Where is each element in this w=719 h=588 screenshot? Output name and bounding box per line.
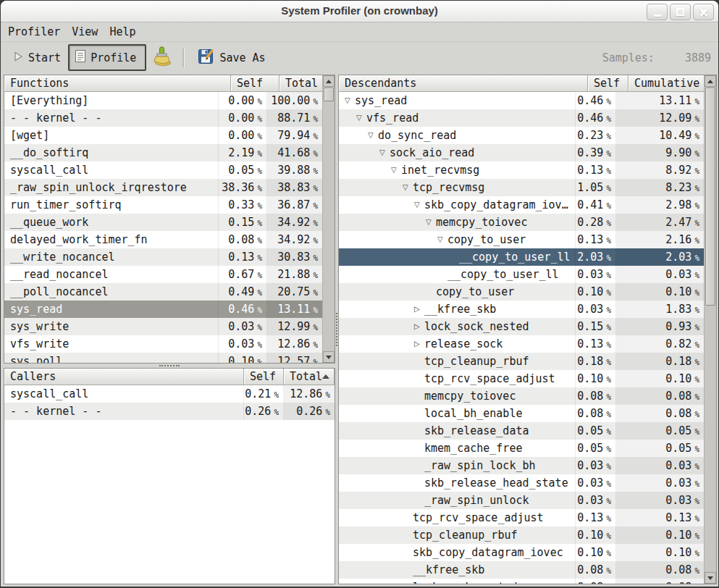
table-row[interactable]: memcpy_toiovec0.08%0.08% (339, 387, 704, 405)
table-row[interactable]: __copy_to_user_ll2.03%2.03% (339, 248, 704, 266)
menu-view[interactable]: View (66, 24, 104, 40)
expander-open-icon[interactable]: ▽ (391, 161, 401, 179)
table-row[interactable]: ▽memcpy_toiovec0.28%2.47% (339, 214, 704, 231)
table-row[interactable]: sys_write0.03%12.99% (4, 318, 322, 335)
column-header-total[interactable]: Total (284, 369, 335, 385)
function-name-cell: copy_to_user (339, 283, 576, 301)
percent-cell: 0.00% (219, 92, 267, 109)
table-row[interactable]: ▽tcp_recvmsg1.05%8.23% (339, 179, 704, 196)
table-row[interactable]: - - kernel - -0.00%88.71% (4, 109, 322, 127)
table-row[interactable]: ▷lock_sock_nested0.15%0.93% (339, 318, 704, 335)
descendants-scrollbar[interactable] (704, 75, 716, 584)
start-button[interactable]: Start (7, 48, 67, 68)
scrollbar-thumb[interactable] (324, 88, 334, 101)
table-row[interactable]: __queue_work0.15%34.92% (4, 214, 322, 231)
table-row[interactable]: skb_copy_datagram_iovec0.10%0.10% (339, 544, 704, 561)
column-header-cumulative[interactable]: Cumulative (628, 75, 716, 92)
main-content: Functions Self Total [Everything]0.00%10… (1, 73, 718, 587)
profile-toggle-button[interactable]: Profile (68, 44, 146, 71)
table-row[interactable]: _raw_spin_unlock_irqrestore38.36%38.83% (4, 179, 322, 196)
function-name: copy_to_user (436, 285, 514, 298)
table-row[interactable]: local_bh_enable0.08%0.08% (339, 405, 704, 422)
column-header-callers[interactable]: Callers (4, 369, 244, 385)
table-row[interactable]: ▷__kfree_skb0.03%1.83% (339, 301, 704, 318)
percent-cell: 0.00% (219, 109, 267, 127)
table-row[interactable]: __kfree_skb0.08%0.08% (339, 561, 704, 579)
table-row[interactable]: ▽sys_read0.46%13.11% (339, 92, 704, 109)
table-row[interactable]: _raw_spin_unlock0.03%0.03% (339, 492, 704, 509)
function-name: memcpy_toiovec (424, 390, 516, 403)
table-row[interactable]: kmem_cache_free0.05%0.05% (339, 440, 704, 457)
column-header-self[interactable]: Self (588, 75, 628, 92)
table-row[interactable]: ▽copy_to_user0.13%2.16% (339, 231, 704, 248)
close-button[interactable] (693, 4, 714, 20)
expander-closed-icon[interactable]: ▷ (414, 301, 424, 318)
table-row[interactable]: syscall_call0.05%39.88% (4, 161, 322, 179)
table-row[interactable]: sys_poll0.10%12.57% (4, 353, 322, 363)
scrollbar-thumb[interactable] (705, 88, 715, 306)
scroll-down-button[interactable] (705, 572, 716, 584)
expander-closed-icon[interactable]: ▷ (414, 318, 424, 335)
table-row[interactable]: __read_nocancel0.67%21.88% (4, 266, 322, 283)
expander-open-icon[interactable]: ▽ (379, 144, 390, 161)
table-row[interactable]: ▽vfs_read0.46%12.09% (339, 109, 704, 127)
table-row[interactable]: ▽do_sync_read0.23%10.49% (339, 127, 704, 144)
percent-sign: % (694, 563, 699, 580)
percent-sign: % (606, 337, 611, 354)
column-header-self[interactable]: Self (244, 369, 284, 385)
table-row[interactable]: tcp_rcv_space_adjust0.10%0.10% (339, 370, 704, 387)
expander-open-icon[interactable]: ▽ (403, 179, 413, 196)
expander-open-icon[interactable]: ▽ (368, 127, 378, 144)
percent-sign: % (257, 267, 262, 285)
table-row[interactable]: __write_nocancel0.13%30.83% (4, 248, 322, 266)
percent-cell: 0.10% (616, 370, 704, 387)
minimize-button[interactable] (647, 4, 668, 20)
menu-profiler[interactable]: Profiler (2, 24, 66, 40)
table-row[interactable]: [wget]0.00%79.94% (4, 127, 322, 144)
table-row[interactable]: __do_softirq2.19%41.68% (4, 144, 322, 161)
column-header-descendants[interactable]: Descendants (339, 75, 588, 92)
table-row[interactable]: ▽inet_recvmsg0.13%8.92% (339, 161, 704, 179)
table-row[interactable]: __copy_to_user_ll0.03%0.03% (339, 266, 704, 283)
expander-open-icon[interactable]: ▽ (345, 92, 355, 109)
expander-open-icon[interactable]: ▽ (356, 109, 366, 127)
scroll-up-button[interactable] (323, 75, 335, 87)
maximize-button[interactable] (670, 4, 691, 20)
expander-open-icon[interactable]: ▽ (437, 231, 447, 248)
function-name: copy_to_user (447, 233, 526, 246)
table-row[interactable]: _raw_spin_lock_bh0.03%0.03% (339, 457, 704, 474)
table-row[interactable]: skb_release_data0.05%0.05% (339, 422, 704, 440)
table-row[interactable]: ▽sock_aio_read0.39%9.90% (339, 144, 704, 161)
table-row[interactable]: skb_release_head_state0.03%0.03% (339, 474, 704, 492)
percent-cell: 9.90% (616, 144, 704, 161)
table-row[interactable]: ▽skb_copy_datagram_iov…0.41%2.98% (339, 196, 704, 214)
table-row[interactable]: - - kernel - -0.26%0.26% (4, 403, 335, 420)
table-row[interactable]: copy_to_user0.10%0.10% (339, 283, 704, 301)
menu-help[interactable]: Help (104, 24, 141, 40)
table-row[interactable]: [Everything]0.00%100.00% (4, 92, 322, 109)
table-row[interactable]: run_timer_softirq0.33%36.87% (4, 196, 322, 214)
column-header-functions[interactable]: Functions (4, 75, 231, 92)
table-row[interactable]: syscall_call0.21%12.86% (4, 385, 335, 403)
expander-open-icon[interactable]: ▽ (426, 214, 436, 231)
table-row[interactable]: sys_read0.46%13.11% (4, 301, 322, 318)
functions-scrollbar[interactable] (322, 75, 335, 363)
table-row[interactable]: __poll_nocancel0.49%20.75% (4, 283, 322, 301)
titlebar[interactable]: System Profiler (on crownbay) (1, 1, 718, 22)
table-row[interactable]: tcp_cleanup_rbuf0.10%0.10% (339, 526, 704, 544)
percent-cell: 0.10% (576, 544, 616, 561)
table-row[interactable]: delayed_work_timer_fn0.08%34.92% (4, 231, 322, 248)
function-name-cell: delayed_work_timer_fn (4, 231, 219, 248)
scroll-up-button[interactable] (705, 75, 716, 87)
table-row[interactable]: ▷release_sock0.13%0.82% (339, 335, 704, 353)
expander-open-icon[interactable]: ▽ (414, 196, 424, 214)
save-as-button[interactable]: Save As (192, 45, 271, 71)
table-row[interactable]: lock_sock_nested0.08%0.08% (339, 579, 704, 584)
table-row[interactable]: vfs_write0.03%12.86% (4, 335, 322, 353)
expander-closed-icon[interactable]: ▷ (414, 335, 424, 353)
reset-button[interactable] (146, 43, 177, 72)
column-header-self[interactable]: Self (231, 75, 279, 92)
table-row[interactable]: tcp_rcv_space_adjust0.13%0.13% (339, 509, 704, 526)
scroll-down-button[interactable] (323, 351, 335, 363)
table-row[interactable]: tcp_cleanup_rbuf0.18%0.18% (339, 353, 704, 370)
